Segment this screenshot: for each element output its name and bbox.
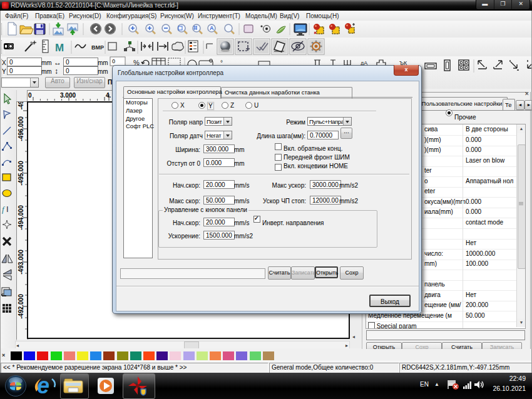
svg-text:-49: -49 [18, 102, 24, 109]
svg-text:BMP: BMP [91, 44, 104, 51]
svg-text:-493.000: -493.000 [18, 250, 24, 275]
svg-text:4.: 4. [106, 92, 111, 99]
svg-text:-494.000: -494.000 [18, 205, 24, 230]
svg-text:0: 0 [28, 92, 32, 99]
svg-text:e: e [37, 374, 49, 398]
svg-text:-495.000: -495.000 [18, 161, 24, 186]
svg-text:f: f [2, 205, 6, 214]
svg-text:-496.000: -496.000 [18, 116, 24, 141]
svg-text:A: A [210, 25, 214, 31]
svg-text:-492.000: -492.000 [18, 294, 24, 319]
svg-text:M: M [55, 42, 64, 54]
svg-text:3.000: 3.000 [60, 92, 76, 99]
svg-text:0: 0 [112, 58, 115, 64]
svg-text:I: I [6, 205, 9, 214]
